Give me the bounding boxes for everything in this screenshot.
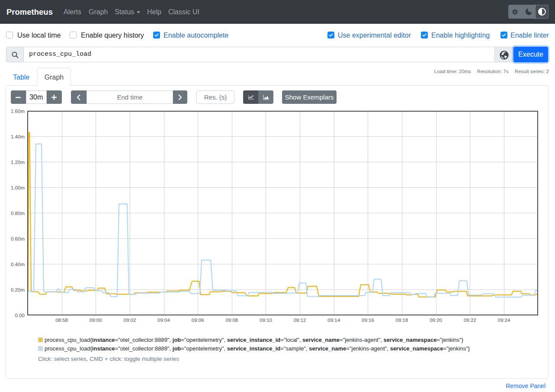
svg-text:1.40m: 1.40m	[11, 134, 25, 139]
svg-text:09:16: 09:16	[362, 318, 374, 323]
svg-text:09:02: 09:02	[124, 318, 136, 323]
svg-text:09:22: 09:22	[464, 318, 476, 323]
svg-text:09:10: 09:10	[260, 318, 272, 323]
svg-text:0.80m: 0.80m	[11, 211, 25, 216]
svg-text:0.20m: 0.20m	[11, 287, 25, 292]
svg-text:0.60m: 0.60m	[11, 236, 25, 241]
svg-text:09:24: 09:24	[498, 318, 510, 323]
svg-text:09:08: 09:08	[225, 318, 238, 323]
svg-text:09:14: 09:14	[327, 318, 340, 323]
svg-text:09:20: 09:20	[430, 318, 442, 323]
svg-text:1.00m: 1.00m	[11, 185, 25, 190]
svg-text:1.60m: 1.60m	[11, 109, 25, 114]
svg-text:1.20m: 1.20m	[11, 160, 25, 165]
svg-text:08:58: 08:58	[55, 318, 68, 323]
svg-text:09:00: 09:00	[90, 318, 102, 323]
svg-text:0.00: 0.00	[15, 313, 25, 318]
svg-text:09:04: 09:04	[157, 318, 170, 323]
svg-text:09:12: 09:12	[294, 318, 306, 323]
svg-text:09:06: 09:06	[192, 318, 204, 323]
svg-text:0.40m: 0.40m	[11, 262, 25, 267]
svg-text:09:18: 09:18	[396, 318, 408, 323]
